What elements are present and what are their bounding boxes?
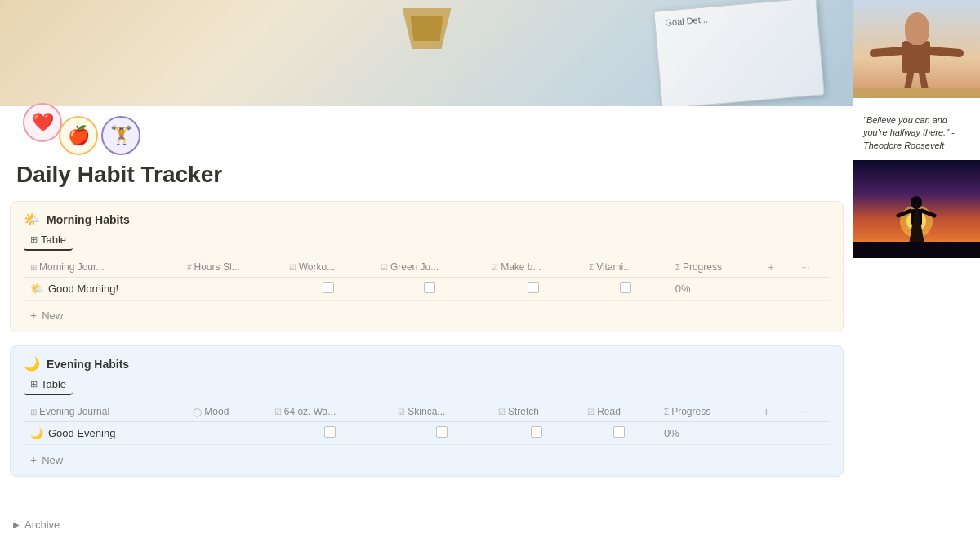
morning-row-1-progress: 0%	[669, 278, 761, 301]
evening-row-1: 🌙 Good Evening	[24, 422, 830, 445]
evening-table-tab[interactable]: ⊞ Table	[24, 375, 73, 395]
evening-row-1-read[interactable]	[581, 422, 657, 445]
page-icons: ❤️ 🍎 🏋️	[0, 106, 853, 155]
evening-more-col[interactable]: ···	[789, 402, 830, 422]
svg-point-11	[911, 196, 922, 209]
morning-more-col[interactable]: ···	[791, 257, 830, 278]
evening-section-header: 🌙 Evening Habits	[11, 346, 843, 375]
morning-col-bed: ☑Make b...	[484, 257, 582, 278]
evening-row-1-icon: 🌙	[30, 427, 43, 439]
evening-table-wrapper: ⊞Evening Journal ◯Mood ☑64 oz. Wa... ☑Sk…	[11, 402, 843, 448]
evening-section-icon: 🌙	[24, 356, 40, 372]
morning-table-tab[interactable]: ⊞ Table	[24, 230, 73, 251]
morning-col-juice: ☑Green Ju...	[374, 257, 484, 278]
svg-rect-14	[911, 209, 922, 225]
sidebar-sunset-image	[853, 160, 980, 266]
evening-col-read: ☑Read	[581, 402, 657, 422]
morning-col-workout: ☑Worko...	[283, 257, 374, 278]
evening-tabs: ⊞ Table	[11, 375, 843, 402]
morning-row-1-vitamin[interactable]	[582, 278, 669, 301]
dumbbell-icon: 🏋️	[101, 116, 140, 155]
evening-add-new[interactable]: + New	[11, 448, 843, 476]
morning-col-progress: ΣProgress	[669, 257, 761, 278]
svg-rect-2	[902, 41, 930, 74]
svg-rect-7	[853, 88, 980, 98]
evening-row-1-name[interactable]: 🌙 Good Evening	[24, 422, 186, 445]
morning-row-1-name[interactable]: 🌤️ Good Morning!	[24, 278, 180, 301]
morning-add-col[interactable]: +	[761, 257, 791, 278]
svg-point-9	[900, 205, 933, 238]
evening-row-1-skincare[interactable]	[391, 422, 492, 445]
morning-col-journal: ⊞Morning Jour...	[24, 257, 180, 278]
sidebar-sunset-bg	[853, 160, 980, 258]
svg-line-16	[919, 225, 921, 242]
evening-col-skincare: ☑Skinca...	[391, 402, 492, 422]
morning-row-1-workout[interactable]	[283, 278, 374, 301]
apple-icon: 🍎	[59, 116, 98, 155]
evening-row-1-progress: 0%	[657, 422, 756, 445]
svg-point-1	[905, 16, 928, 42]
evening-row-1-mood[interactable]	[186, 422, 267, 445]
evening-table: ⊞Evening Journal ◯Mood ☑64 oz. Wa... ☑Sk…	[24, 402, 830, 445]
quote-box: "Believe you can and you're halfway ther…	[853, 106, 980, 160]
evening-col-journal: ⊞Evening Journal	[24, 402, 186, 422]
morning-row-1-juice[interactable]	[374, 278, 484, 301]
archive-label: Archive	[24, 519, 60, 531]
quote-text: "Believe you can and you're halfway ther…	[863, 115, 955, 150]
evening-col-stretch: ☑Stretch	[492, 402, 581, 422]
archive-arrow-icon: ▶	[13, 520, 20, 529]
morning-add-label: New	[42, 310, 63, 322]
morning-row-1: 🌤️ Good Morning!	[24, 278, 830, 301]
hero-image	[0, 0, 853, 106]
morning-table-tab-label: Table	[41, 234, 66, 246]
evening-col-water: ☑64 oz. Wa...	[268, 402, 392, 422]
evening-table-tab-icon: ⊞	[30, 379, 38, 390]
sidebar-person-bg	[853, 0, 980, 98]
morning-tabs: ⊞ Table	[11, 230, 843, 257]
svg-line-3	[874, 51, 902, 53]
heart-icon: ❤️	[23, 103, 62, 142]
morning-section-icon: 🌤️	[24, 212, 40, 227]
page-title: Daily Habit Tracker	[0, 155, 853, 201]
morning-row-1-bed[interactable]	[484, 278, 582, 301]
archive-row[interactable]: ▶ Archive	[0, 510, 727, 539]
main-content: ❤️ 🍎 🏋️ Daily Habit Tracker 🌤️ Morning H…	[0, 0, 853, 539]
evening-section-title: Evening Habits	[47, 358, 129, 371]
svg-point-10	[906, 212, 926, 231]
evening-add-plus-icon: +	[30, 453, 37, 466]
morning-add-new[interactable]: + New	[11, 304, 843, 332]
morning-row-1-hours[interactable]	[180, 278, 283, 301]
morning-section-title: Morning Habits	[47, 213, 130, 226]
morning-table: ⊞Morning Jour... #Hours Sl... ☑Worko... …	[24, 257, 830, 301]
morning-section-header: 🌤️ Morning Habits	[11, 202, 843, 230]
evening-add-label: New	[42, 454, 63, 466]
evening-col-mood: ◯Mood	[186, 402, 267, 422]
svg-line-4	[930, 51, 960, 53]
morning-add-plus-icon: +	[30, 309, 37, 322]
sidebar-person-image	[853, 0, 980, 106]
morning-section: 🌤️ Morning Habits ⊞ Table ⊞Morning Jour.…	[10, 201, 844, 332]
svg-rect-17	[853, 242, 980, 258]
morning-table-tab-icon: ⊞	[30, 234, 38, 245]
evening-row-1-stretch[interactable]	[492, 422, 581, 445]
evening-add-col[interactable]: +	[756, 402, 789, 422]
morning-col-hours: #Hours Sl...	[180, 257, 283, 278]
hero-notebook	[653, 0, 825, 106]
evening-col-progress: ΣProgress	[657, 402, 756, 422]
morning-row-1-icon: 🌤️	[30, 283, 43, 295]
morning-col-vitamin: ΣVitami...	[582, 257, 669, 278]
sidebar-right: "Believe you can and you're halfway ther…	[853, 0, 980, 539]
evening-table-tab-label: Table	[41, 378, 66, 390]
evening-section: 🌙 Evening Habits ⊞ Table ⊞Evening Journa…	[10, 345, 844, 477]
morning-table-wrapper: ⊞Morning Jour... #Hours Sl... ☑Worko... …	[11, 257, 843, 304]
evening-row-1-water[interactable]	[268, 422, 392, 445]
